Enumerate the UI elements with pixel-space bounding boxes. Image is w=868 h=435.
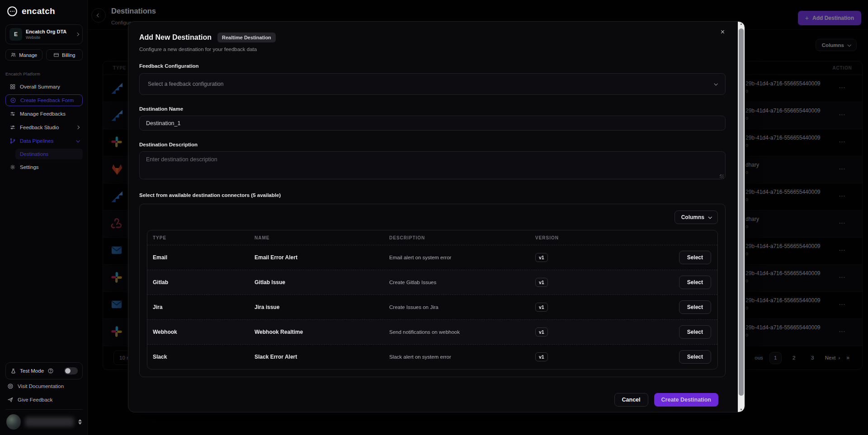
paper-plane-icon [7, 397, 14, 403]
chevron-down-icon [708, 215, 712, 219]
give-feedback-link[interactable]: Give Feedback [5, 393, 83, 407]
sidebar-item-settings[interactable]: Settings [5, 161, 83, 173]
manage-button[interactable]: Manage [5, 49, 42, 61]
connector-type: Gitlab [147, 279, 249, 285]
columns-label: Columns [681, 214, 704, 220]
connector-row-slack: Slack Slack Error Alert Slack alert on s… [147, 344, 717, 369]
billing-label: Billing [62, 52, 75, 58]
connector-name: Webhook Realtime [249, 329, 384, 335]
connectors-panel: Columns TYPE NAME DESCRIPTION VERSION Em… [139, 204, 726, 377]
credit-card-icon [53, 52, 59, 58]
give-feedback-label: Give Feedback [18, 397, 52, 402]
connector-description: Email alert on system error [384, 255, 530, 260]
create-destination-button[interactable]: Create Destination [654, 393, 718, 407]
version-badge: v1 [535, 303, 548, 312]
connector-type: Webhook [147, 329, 249, 335]
sidebar-section-label: Encatch Platform [5, 71, 83, 76]
feedback-configuration-label: Feedback Configuration [139, 63, 726, 69]
sidebar-item-feedback-studio[interactable]: Feedback Studio [5, 122, 83, 133]
select-button[interactable]: Select [679, 350, 711, 364]
scrollbar-thumb[interactable] [739, 28, 744, 396]
select-placeholder: Select a feedback configuration [148, 81, 223, 87]
connector-row-email: Email Email Error Alert Email alert on s… [147, 245, 717, 270]
realtime-destination-badge: Realtime Destination [217, 33, 276, 42]
test-mode-toggle[interactable] [64, 367, 78, 374]
sidebar-item-label: Feedback Studio [20, 125, 59, 130]
cancel-button[interactable]: Cancel [614, 393, 648, 407]
sidebar-item-create-feedback-form[interactable]: Create Feedback Form [5, 94, 83, 106]
select-button[interactable]: Select [679, 276, 711, 289]
billing-button[interactable]: Billing [46, 49, 83, 61]
org-switcher[interactable]: E Encatch Org DTA Website [5, 24, 83, 44]
connector-type: Slack [147, 354, 249, 360]
visit-documentation-label: Visit Documentation [18, 384, 64, 389]
feedback-configuration-select[interactable]: Select a feedback configuration [139, 73, 726, 95]
user-switcher-icon [78, 419, 82, 425]
chevron-down-icon [76, 139, 80, 142]
brand-logo: encatch [5, 5, 83, 20]
org-subtitle: Website [26, 35, 72, 40]
plus-circle-icon [9, 97, 16, 103]
select-button[interactable]: Select [679, 325, 711, 339]
visit-documentation-link[interactable]: Visit Documentation [5, 379, 83, 393]
sidebar-item-label: Create Feedback Form [20, 98, 74, 103]
connector-description: Create Issues on Jira [384, 304, 530, 310]
version-badge: v1 [535, 278, 548, 287]
column-header-version: VERSION [530, 235, 670, 240]
destination-description-wrap [139, 151, 726, 181]
connector-name: Slack Error Alert [249, 354, 384, 360]
org-name: Encatch Org DTA [26, 29, 72, 35]
flask-icon [10, 368, 16, 374]
org-meta: Encatch Org DTA Website [26, 29, 72, 40]
sliders-icon [9, 111, 16, 117]
connectors-table: TYPE NAME DESCRIPTION VERSION Email Emai… [147, 230, 718, 370]
destination-name-input[interactable] [139, 116, 726, 131]
modal-subtitle: Configure a new destination for your fee… [139, 47, 726, 52]
destination-description-label: Destination Description [139, 142, 726, 147]
add-destination-modal: × Add New Destination Realtime Destinati… [128, 21, 745, 412]
org-avatar: E [9, 28, 22, 41]
brand-name: encatch [22, 6, 55, 16]
sidebar-item-destinations[interactable]: Destinations [15, 149, 83, 159]
avatar [6, 414, 21, 430]
connector-description: Send notifications on webhook [384, 329, 530, 335]
sidebar-item-manage-feedbacks[interactable]: Manage Feedbacks [5, 108, 83, 120]
resize-grip-icon[interactable] [720, 174, 724, 178]
divider [5, 409, 83, 410]
sidebar: encatch E Encatch Org DTA Website Manage [0, 0, 88, 435]
destination-name-label: Destination Name [139, 106, 726, 112]
connector-description: Create Gitlab Issues [384, 280, 530, 285]
sidebar-item-label: Overall Summary [20, 84, 60, 89]
connector-name: Email Error Alert [249, 254, 384, 261]
sidebar-item-data-pipelines[interactable]: Data Pipelines [5, 135, 83, 147]
user-name-redacted [25, 417, 74, 427]
select-button[interactable]: Select [679, 300, 711, 314]
connector-name: Gitlab Issue [249, 279, 384, 285]
connector-row-jira: Jira Jira issue Create Issues on Jira v1… [147, 295, 717, 319]
version-badge: v1 [535, 327, 548, 337]
chevron-right-icon [75, 33, 79, 36]
chevron-right-icon [76, 126, 80, 129]
connectors-table-header: TYPE NAME DESCRIPTION VERSION [147, 230, 717, 245]
toggle-knob [65, 368, 71, 374]
test-mode-card: Test Mode [5, 362, 83, 379]
destination-description-textarea[interactable] [139, 151, 726, 179]
sidebar-subitem-label: Destinations [20, 151, 48, 157]
docs-icon [7, 383, 14, 389]
close-icon[interactable]: × [721, 28, 725, 36]
help-circle-icon[interactable] [47, 368, 54, 374]
manage-label: Manage [19, 52, 37, 58]
user-account-switcher[interactable] [5, 413, 83, 430]
connector-name: Jira issue [249, 304, 384, 310]
columns-dropdown-modal[interactable]: Columns [675, 210, 718, 224]
sidebar-item-overall-summary[interactable]: Overall Summary [5, 81, 83, 93]
sliders-icon [9, 124, 16, 131]
select-button[interactable]: Select [679, 251, 711, 264]
sidebar-nav: Overall Summary Create Feedback Form [5, 81, 83, 173]
pipeline-branch-icon [9, 138, 16, 144]
gear-icon [9, 164, 16, 170]
dashboard-grid-icon [9, 84, 16, 90]
column-header-description: DESCRIPTION [384, 235, 530, 240]
sidebar-item-label: Data Pipelines [20, 138, 53, 144]
modal-scrollbar[interactable]: ▲ ▼ [738, 22, 745, 412]
